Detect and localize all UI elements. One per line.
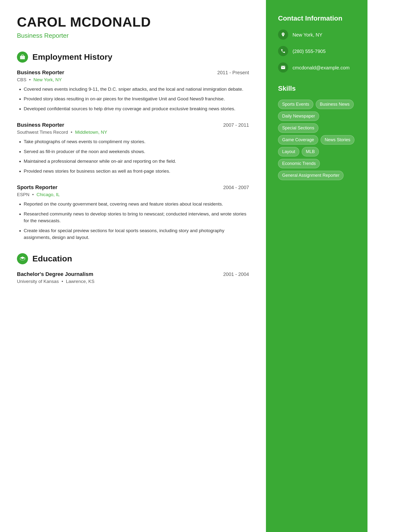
job-dates-1: 2011 - Present <box>217 70 249 76</box>
education-section: Education Bachelor's Degree Journalism 2… <box>17 253 249 284</box>
job-header-1: Business Reporter 2011 - Present <box>17 69 249 76</box>
job-company-2: Southwest Times Record • Middletown, NY <box>17 130 249 135</box>
employment-icon <box>17 51 28 63</box>
job-entry-1: Business Reporter 2011 - Present CBS • N… <box>17 69 249 113</box>
skills-grid: Sports Events Business News Daily Newspa… <box>278 100 355 180</box>
bullet: Create ideas for special preview section… <box>24 227 249 241</box>
edu-dates-1: 2001 - 2004 <box>223 272 249 277</box>
skill-tag-business-news: Business News <box>316 100 354 109</box>
job-dates-2: 2007 - 2011 <box>223 122 249 128</box>
edu-school-1: University of Kansas • Lawrence, KS <box>17 279 249 284</box>
bullet: Provided news stories for business secti… <box>24 168 249 175</box>
bullet: Maintained a professional demeanor while… <box>24 158 249 165</box>
job-company-1: CBS • New York, NY <box>17 77 249 83</box>
education-title: Education <box>32 254 72 263</box>
employment-header: Employment History <box>17 51 249 63</box>
bullet: Served as fill-in producer of the noon a… <box>24 148 249 155</box>
job-header-3: Sports Reporter 2004 - 2007 <box>17 184 249 190</box>
job-bullets-2: Take photographs of news events to compl… <box>17 138 249 175</box>
bullet: Researched community news to develop sto… <box>24 211 249 224</box>
main-content: CAROL MCDONALD Business Reporter Employm… <box>0 0 266 532</box>
employment-section: Employment History Business Reporter 201… <box>17 51 249 241</box>
contact-email-text: cmcdonald@example.com <box>292 62 350 71</box>
employment-title: Employment History <box>32 52 112 62</box>
job-bullets-1: Covered news events including 9-11, the … <box>17 86 249 113</box>
candidate-title: Business Reporter <box>17 32 249 39</box>
svg-rect-0 <box>20 56 25 59</box>
contact-location-text: New York, NY <box>292 29 322 38</box>
job-title-3: Sports Reporter <box>17 184 57 190</box>
skill-tag-news-stories: News Stories <box>321 135 355 145</box>
job-entry-3: Sports Reporter 2004 - 2007 ESPN • Chica… <box>17 184 249 241</box>
job-title-1: Business Reporter <box>17 69 64 76</box>
bullet: Developed confidential sources to help d… <box>24 105 249 113</box>
skill-tag-sports-events: Sports Events <box>278 100 313 109</box>
skill-tag-special-sections: Special Sections <box>278 123 318 133</box>
skill-tag-game-coverage: Game Coverage <box>278 135 318 145</box>
location-icon <box>278 29 288 40</box>
education-header: Education <box>17 253 249 264</box>
phone-icon <box>278 46 288 56</box>
contact-email: cmcdonald@example.com <box>278 62 355 73</box>
education-icon <box>17 253 28 264</box>
contact-phone: (280) 555-7905 <box>278 46 355 56</box>
skill-tag-layout: Layout <box>278 147 299 156</box>
candidate-name: CAROL MCDONALD <box>17 15 249 29</box>
email-icon <box>278 62 288 73</box>
bullet: Covered news events including 9-11, the … <box>24 86 249 93</box>
job-title-2: Business Reporter <box>17 122 64 128</box>
job-header-2: Business Reporter 2007 - 2011 <box>17 122 249 128</box>
edu-entry-1: Bachelor's Degree Journalism 2001 - 2004… <box>17 271 249 284</box>
edu-degree-1: Bachelor's Degree Journalism <box>17 271 93 277</box>
skill-tag-economic-trends: Economic Trends <box>278 159 320 168</box>
skill-tag-mlb: MLB <box>302 147 319 156</box>
job-bullets-3: Reported on the county government beat, … <box>17 201 249 241</box>
bullet: Reported on the county government beat, … <box>24 201 249 208</box>
skill-tag-general-assignment: General Assignment Reporter <box>278 171 344 180</box>
edu-header-1: Bachelor's Degree Journalism 2001 - 2004 <box>17 271 249 277</box>
contact-location: New York, NY <box>278 29 355 40</box>
bullet: Provided story ideas resulting in on-air… <box>24 95 249 103</box>
job-dates-3: 2004 - 2007 <box>223 185 249 190</box>
contact-title: Contact Information <box>278 15 355 22</box>
job-company-3: ESPN • Chicago, IL <box>17 192 249 197</box>
skill-tag-daily-newspaper: Daily Newspaper <box>278 112 319 121</box>
skills-title: Skills <box>278 85 355 92</box>
contact-phone-text: (280) 555-7905 <box>292 46 326 55</box>
job-entry-2: Business Reporter 2007 - 2011 Southwest … <box>17 122 249 175</box>
skills-section: Skills Sports Events Business News Daily… <box>278 85 355 180</box>
sidebar: Contact Information New York, NY (280) 5… <box>266 0 367 532</box>
bullet: Take photographs of news events to compl… <box>24 138 249 145</box>
